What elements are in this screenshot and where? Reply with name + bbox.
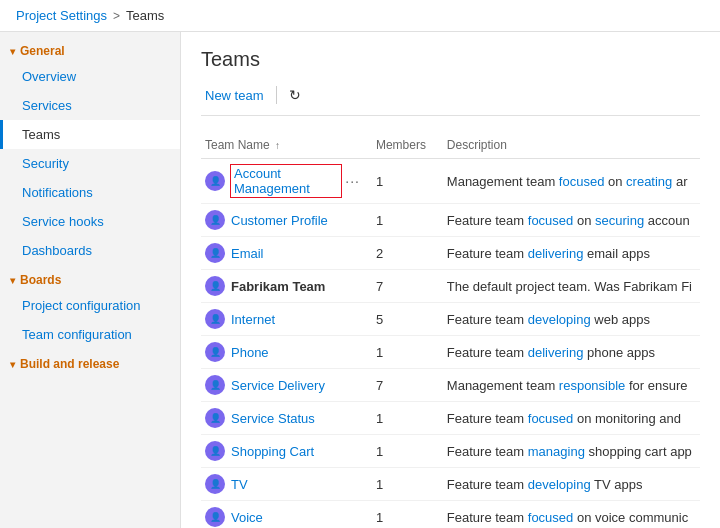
team-name-cell: 👤Service Status [201, 402, 372, 435]
table-row: 👤TV1Feature team developing TV apps [201, 468, 700, 501]
sidebar-section-boards[interactable]: ▾ Boards [0, 265, 180, 291]
team-icon: 👤 [205, 408, 225, 428]
team-name-link[interactable]: Voice [231, 510, 263, 525]
sidebar-item-teams[interactable]: Teams [0, 120, 180, 149]
team-members-cell: 1 [372, 402, 443, 435]
sidebar-item-services[interactable]: Services [0, 91, 180, 120]
team-name-link[interactable]: Service Status [231, 411, 315, 426]
refresh-button[interactable]: ↻ [285, 85, 305, 105]
chevron-right-icon: ▾ [10, 359, 15, 370]
team-name-cell: 👤Customer Profile [201, 204, 372, 237]
team-name-link[interactable]: Account Management [231, 165, 341, 197]
sidebar-item-security[interactable]: Security [0, 149, 180, 178]
sidebar-section-general[interactable]: ▾ General [0, 36, 180, 62]
team-name-link[interactable]: Service Delivery [231, 378, 325, 393]
breadcrumb-separator: > [113, 9, 120, 23]
team-icon: 👤 [205, 243, 225, 263]
table-row: 👤Email2Feature team delivering email app… [201, 237, 700, 270]
team-name-link[interactable]: Internet [231, 312, 275, 327]
column-header-members: Members [372, 132, 443, 159]
team-members-cell: 1 [372, 435, 443, 468]
refresh-icon: ↻ [289, 87, 301, 103]
toolbar: New team ↻ [201, 85, 700, 116]
team-members-cell: 1 [372, 501, 443, 529]
team-members-cell: 7 [372, 369, 443, 402]
team-icon: 👤 [205, 375, 225, 395]
sidebar-section-boards-label: Boards [20, 273, 61, 287]
team-icon: 👤 [205, 507, 225, 527]
team-name-link[interactable]: Customer Profile [231, 213, 328, 228]
page-title: Teams [201, 48, 700, 71]
team-name-link[interactable]: Phone [231, 345, 269, 360]
team-members-cell: 1 [372, 159, 443, 204]
more-options-button[interactable]: ··· [341, 171, 364, 191]
sidebar-section-general-label: General [20, 44, 65, 58]
table-row: 👤Internet5Feature team developing web ap… [201, 303, 700, 336]
team-description-cell: Feature team delivering email apps [443, 237, 700, 270]
table-row: 👤Shopping Cart1Feature team managing sho… [201, 435, 700, 468]
team-description-cell: Feature team managing shopping cart app [443, 435, 700, 468]
team-description-cell: Management team responsible for ensure [443, 369, 700, 402]
team-name-cell: 👤Phone [201, 336, 372, 369]
content-area: Teams New team ↻ Team Name ↑ Members [181, 32, 720, 528]
team-description-cell: Management team focused on creating ar [443, 159, 700, 204]
table-row: 👤Phone1Feature team delivering phone app… [201, 336, 700, 369]
team-icon: 👤 [205, 342, 225, 362]
team-name-cell: 👤TV [201, 468, 372, 501]
sidebar-item-project-configuration[interactable]: Project configuration [0, 291, 180, 320]
table-row: 👤Service Delivery7Management team respon… [201, 369, 700, 402]
sidebar: ▾ General Overview Services Teams Securi… [0, 32, 181, 528]
team-description-cell: Feature team focused on voice communic [443, 501, 700, 529]
table-row: 👤Customer Profile1Feature team focused o… [201, 204, 700, 237]
toolbar-divider [276, 86, 277, 104]
team-members-cell: 1 [372, 204, 443, 237]
team-name-cell: 👤Service Delivery [201, 369, 372, 402]
team-name-link[interactable]: TV [231, 477, 248, 492]
team-description-cell: Feature team developing web apps [443, 303, 700, 336]
table-row: 👤Service Status1Feature team focused on … [201, 402, 700, 435]
team-name-cell: 👤Account Management··· [201, 159, 372, 204]
table-row: 👤Account Management···1Management team f… [201, 159, 700, 204]
table-row: 👤Voice1Feature team focused on voice com… [201, 501, 700, 529]
table-row: 👤Fabrikam Team7The default project team.… [201, 270, 700, 303]
team-icon: 👤 [205, 171, 225, 191]
column-header-name[interactable]: Team Name ↑ [201, 132, 372, 159]
team-description-cell: Feature team developing TV apps [443, 468, 700, 501]
sidebar-item-service-hooks[interactable]: Service hooks [0, 207, 180, 236]
main-layout: ▾ General Overview Services Teams Securi… [0, 32, 720, 528]
column-header-description: Description [443, 132, 700, 159]
table-header-row: Team Name ↑ Members Description [201, 132, 700, 159]
sidebar-item-notifications[interactable]: Notifications [0, 178, 180, 207]
team-name-cell: 👤Internet [201, 303, 372, 336]
team-members-cell: 1 [372, 468, 443, 501]
team-name-link[interactable]: Email [231, 246, 264, 261]
team-name-link[interactable]: Shopping Cart [231, 444, 314, 459]
team-name-cell: 👤Email [201, 237, 372, 270]
team-icon: 👤 [205, 441, 225, 461]
team-name-link[interactable]: Fabrikam Team [231, 279, 325, 294]
sidebar-item-overview[interactable]: Overview [0, 62, 180, 91]
team-description-cell: Feature team focused on securing accoun [443, 204, 700, 237]
team-description-cell: Feature team focused on monitoring and [443, 402, 700, 435]
breadcrumb-project[interactable]: Project Settings [16, 8, 107, 23]
team-icon: 👤 [205, 309, 225, 329]
team-name-cell: 👤Fabrikam Team [201, 270, 372, 303]
team-icon: 👤 [205, 210, 225, 230]
sidebar-section-build-label: Build and release [20, 357, 119, 371]
team-icon: 👤 [205, 276, 225, 296]
team-description-cell: The default project team. Was Fabrikam F… [443, 270, 700, 303]
team-members-cell: 5 [372, 303, 443, 336]
team-members-cell: 7 [372, 270, 443, 303]
breadcrumb-current: Teams [126, 8, 164, 23]
new-team-button[interactable]: New team [201, 86, 268, 105]
chevron-down-icon: ▾ [10, 46, 15, 57]
chevron-down-icon: ▾ [10, 275, 15, 286]
team-name-cell: 👤Shopping Cart [201, 435, 372, 468]
sort-asc-icon: ↑ [275, 140, 280, 151]
sidebar-item-dashboards[interactable]: Dashboards [0, 236, 180, 265]
sidebar-item-team-configuration[interactable]: Team configuration [0, 320, 180, 349]
team-members-cell: 2 [372, 237, 443, 270]
team-members-cell: 1 [372, 336, 443, 369]
team-name-cell: 👤Voice [201, 501, 372, 529]
sidebar-section-build-and-release[interactable]: ▾ Build and release [0, 349, 180, 375]
